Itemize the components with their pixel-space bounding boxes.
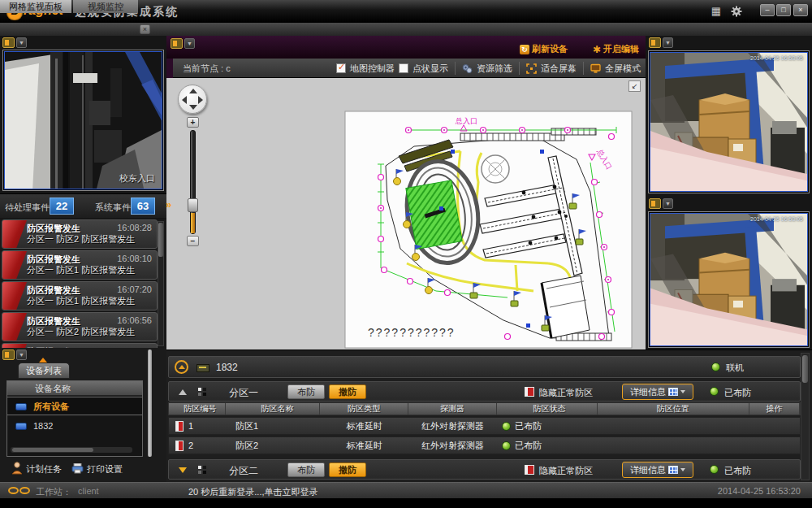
pan-left-icon[interactable] bbox=[182, 96, 187, 104]
pending-events-count: 22 bbox=[50, 198, 74, 215]
right-camera-scene-2 bbox=[650, 214, 808, 346]
partition-name: 分区二 bbox=[229, 464, 258, 478]
hscrollbar-thumb[interactable] bbox=[12, 448, 93, 452]
fit-screen-button[interactable]: 适合屏幕 bbox=[541, 63, 577, 75]
device-row-all-devices[interactable]: 所有设备 bbox=[7, 397, 142, 415]
tab-video-monitor[interactable]: 视频监控 bbox=[73, 0, 138, 13]
panel-layout-icon[interactable] bbox=[649, 198, 661, 209]
details-button[interactable]: 详细信息 bbox=[622, 384, 693, 400]
hide-normal-zones-checkbox[interactable] bbox=[525, 387, 534, 397]
device-list-hscrollbar[interactable] bbox=[11, 447, 132, 453]
panel-dropdown-icon[interactable]: ▼ bbox=[16, 37, 27, 48]
right-camera-view-1[interactable]: 2014-04-25 16:53:05 bbox=[648, 50, 810, 193]
right-camera-view-2[interactable]: 2014-04-25 16:53:05 bbox=[648, 211, 810, 348]
panel-dropdown-icon[interactable]: ▼ bbox=[16, 350, 27, 360]
map-controller-checkbox[interactable] bbox=[336, 63, 346, 73]
enable-edit-button[interactable]: ✱ 开启编辑 bbox=[593, 43, 639, 55]
tab-close-icon[interactable]: × bbox=[140, 24, 150, 34]
panel-layout-icon[interactable] bbox=[2, 350, 15, 360]
alarm-host-icon bbox=[197, 364, 209, 372]
pan-up-icon[interactable] bbox=[189, 89, 197, 93]
maximize-button[interactable]: □ bbox=[776, 4, 791, 16]
alarm-item[interactable]: 防区报警发生 16:06:56 分区一 防区2 防区报警发生 bbox=[2, 312, 158, 341]
sidebar-collapse-handle[interactable]: » bbox=[166, 198, 175, 214]
col-zone-status[interactable]: 防区状态 bbox=[497, 403, 598, 415]
device-row-label: 1832 bbox=[33, 417, 53, 435]
partition-2-row[interactable]: 分区二 布防 撤防 隐藏正常防区 详细信息 已布防 bbox=[168, 459, 801, 480]
zone-row-2[interactable]: 2 防区2 标准延时 红外对射探测器 已布防 bbox=[168, 436, 801, 454]
partition-1-row[interactable]: 分区一 布防 撤防 隐藏正常防区 详细信息 已布防 bbox=[168, 381, 801, 402]
panel-dropdown-icon[interactable]: ▼ bbox=[184, 38, 195, 49]
alarm-flag-icon bbox=[2, 282, 27, 310]
panel-layout-icon[interactable] bbox=[171, 38, 183, 49]
bottom-scrollbar-thumb[interactable] bbox=[802, 355, 808, 383]
tab-grid-monitor-panel[interactable]: 网格监视面板 bbox=[0, 0, 71, 13]
scheduled-tasks-link[interactable]: 计划任务 bbox=[26, 463, 62, 475]
col-zone-no[interactable]: 防区编号 bbox=[169, 403, 226, 415]
device-list-column-header[interactable]: 设备名称 bbox=[7, 381, 142, 396]
expand-down-icon[interactable] bbox=[179, 467, 187, 473]
dot-display-label[interactable]: 点状显示 bbox=[412, 63, 448, 75]
device-row-1832[interactable]: 1832 bbox=[7, 417, 142, 436]
alarm-flag-icon bbox=[2, 251, 27, 280]
arm-button[interactable]: 布防 bbox=[287, 462, 325, 477]
resource-filter-button[interactable]: 资源筛选 bbox=[477, 63, 512, 75]
settings-gear-icon[interactable] bbox=[731, 6, 742, 17]
print-settings-link[interactable]: 打印设置 bbox=[87, 463, 123, 475]
panel-layout-icon[interactable] bbox=[649, 37, 661, 48]
table-icon bbox=[668, 466, 678, 474]
pan-down-icon[interactable] bbox=[189, 105, 197, 110]
map-toolbar: 当前节点 : c 地图控制器 点状显示 资源筛选 适合屏幕 bbox=[166, 59, 646, 78]
alarm-item[interactable]: 防区报警发生 16:08:28 分区一 防区2 防区报警发生 bbox=[2, 219, 158, 249]
col-zone-location[interactable]: 防区位置 bbox=[598, 403, 749, 415]
application-window: D ragnet 达观安防集成系统 ▦ – □ × 网格监视面板 视频监控 × … bbox=[0, 0, 812, 508]
zone-status-led bbox=[502, 422, 511, 431]
disarm-button[interactable]: 撤防 bbox=[329, 462, 366, 477]
zoom-in-button[interactable]: + bbox=[187, 117, 199, 128]
details-button[interactable]: 详细信息 bbox=[622, 462, 693, 478]
arm-button[interactable]: 布防 bbox=[287, 384, 325, 399]
panel-dropdown-icon[interactable]: ▼ bbox=[663, 198, 673, 209]
alarm-item[interactable]: 防区报警发生 16:07:20 分区一 防区1 防区报警发生 bbox=[2, 281, 158, 310]
device-1832-row[interactable]: 1832 联机 bbox=[168, 356, 801, 378]
link-rings-icon bbox=[8, 487, 19, 494]
alarm-event-list: 防区报警发生 16:08:28 分区一 防区2 防区报警发生 防区报警发生 16… bbox=[0, 219, 166, 348]
panel-dropdown-icon[interactable]: ▼ bbox=[663, 37, 673, 48]
system-events-label: 系统事件 bbox=[95, 202, 131, 214]
camera-timestamp-overlay: 2014-04-25 16:53:05 bbox=[750, 55, 803, 61]
pan-right-icon[interactable] bbox=[198, 96, 203, 104]
refresh-devices-button[interactable]: ↻ 刷新设备 bbox=[520, 43, 568, 55]
table-icon bbox=[668, 388, 678, 396]
col-operation[interactable]: 操作 bbox=[749, 403, 800, 415]
zone-row-1[interactable]: 1 防区1 标准延时 红外对射探测器 已布防 bbox=[168, 417, 801, 435]
zoom-slider-thumb[interactable] bbox=[188, 198, 198, 212]
col-zone-type[interactable]: 防区类型 bbox=[320, 403, 408, 415]
relogin-message[interactable]: 20 秒后重新登录...,单击立即登录 bbox=[188, 486, 318, 498]
fullscreen-mode-button[interactable]: 全屏模式 bbox=[605, 63, 641, 75]
col-zone-name[interactable]: 防区名称 bbox=[226, 403, 321, 415]
dot-display-checkbox[interactable] bbox=[399, 63, 408, 73]
right-camera-scene-1 bbox=[650, 53, 808, 192]
hide-normal-zones-checkbox[interactable] bbox=[525, 465, 534, 475]
collapse-circle-icon[interactable] bbox=[175, 360, 188, 374]
right-video2-panel-header: ▼ bbox=[649, 198, 673, 209]
alarm-item[interactable]: 防区报警发生 16:08:10 分区一 防区1 防区报警发生 bbox=[2, 250, 158, 280]
minimize-button[interactable]: – bbox=[760, 4, 775, 16]
disarm-button[interactable]: 撤防 bbox=[329, 384, 366, 399]
map-canvas[interactable]: 总入口 总入口 ??????????? + − ↙ bbox=[166, 78, 646, 350]
map-controller-label[interactable]: 地图控制器 bbox=[350, 63, 395, 75]
col-detector[interactable]: 探测器 bbox=[408, 403, 497, 415]
map-pan-control[interactable] bbox=[178, 85, 207, 114]
print-settings-printer-icon bbox=[71, 463, 84, 474]
map-collapse-corner-icon[interactable]: ↙ bbox=[628, 80, 641, 92]
panel-layout-icon[interactable] bbox=[2, 37, 15, 48]
collapse-up-icon[interactable] bbox=[179, 389, 187, 395]
device-panel-vscrollbar[interactable] bbox=[148, 350, 152, 457]
alarm-scrollbar-thumb[interactable] bbox=[158, 223, 163, 257]
close-button[interactable]: × bbox=[793, 4, 808, 16]
zone-icon bbox=[175, 421, 184, 432]
tab-device-list[interactable]: 设备列表 bbox=[18, 363, 70, 379]
left-camera-view[interactable]: 校东入口 bbox=[2, 50, 164, 191]
layout-grid-icon[interactable]: ▦ bbox=[711, 5, 721, 17]
zoom-out-button[interactable]: − bbox=[187, 236, 199, 246]
